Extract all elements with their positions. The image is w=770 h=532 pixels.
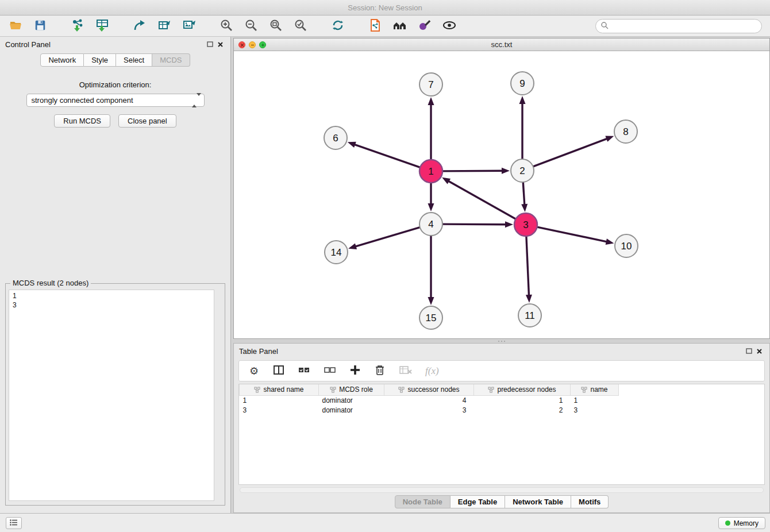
graph-node-3[interactable]: 3 — [514, 213, 537, 236]
show-panels-button[interactable] — [6, 517, 22, 529]
select-all-columns-button[interactable] — [297, 365, 311, 377]
result-item[interactable]: 1 — [13, 291, 214, 300]
minimize-window-icon[interactable] — [249, 41, 256, 48]
graph-edge-2-8[interactable] — [533, 138, 609, 167]
table-settings-button[interactable]: ⚙ — [248, 365, 260, 377]
graph-edge-1-2[interactable] — [442, 171, 504, 171]
table-row[interactable]: 3dominator323 — [240, 405, 765, 415]
export-table-button[interactable] — [156, 17, 173, 34]
tab-node-table[interactable]: Node Table — [395, 495, 451, 508]
table-cell[interactable]: 1 — [571, 395, 619, 405]
graph-edge-2-3[interactable] — [523, 182, 525, 206]
close-panel-icon[interactable] — [215, 40, 225, 49]
search-input[interactable] — [611, 22, 757, 30]
graph-arrowhead — [442, 178, 451, 184]
graph-edge-3-10[interactable] — [537, 227, 609, 242]
table-cell[interactable]: 3 — [571, 405, 619, 415]
graph-node-14[interactable]: 14 — [325, 241, 348, 264]
tab-mcds[interactable]: MCDS — [152, 53, 190, 67]
zoom-fit-icon — [269, 18, 283, 34]
table-cell[interactable]: dominator — [319, 395, 384, 405]
session-document-button[interactable] — [367, 17, 384, 34]
graph-node-11[interactable]: 11 — [518, 304, 541, 327]
graph-node-10[interactable]: 10 — [615, 234, 638, 257]
close-table-panel-icon[interactable] — [754, 346, 764, 356]
horizontal-splitter[interactable] — [233, 340, 770, 342]
zoom-in-button[interactable] — [218, 17, 235, 34]
save-session-button[interactable] — [32, 17, 49, 34]
create-column-button[interactable] — [349, 365, 361, 377]
zoom-selected-icon — [294, 18, 307, 34]
svg-text:15: 15 — [426, 313, 437, 323]
memory-status-icon — [725, 521, 730, 526]
export-image-button[interactable] — [180, 17, 198, 34]
graph-node-1[interactable]: 1 — [419, 160, 442, 183]
tab-select[interactable]: Select — [116, 53, 152, 67]
table-row[interactable]: 1dominator411 — [240, 395, 765, 405]
float-table-panel-icon[interactable] — [744, 346, 754, 356]
tab-network[interactable]: Network — [40, 53, 84, 67]
mcds-result-list[interactable]: 13 — [9, 290, 214, 501]
tab-edge-table[interactable]: Edge Table — [451, 495, 505, 508]
table-cell[interactable]: 1 — [240, 395, 319, 405]
run-mcds-button[interactable]: Run MCDS — [54, 114, 110, 128]
graph-edge-3-11[interactable] — [526, 236, 529, 297]
zoom-selected-button[interactable] — [292, 17, 309, 34]
open-session-button[interactable] — [7, 17, 24, 34]
unselect-all-columns-button[interactable] — [323, 365, 337, 377]
tab-motifs[interactable]: Motifs — [571, 495, 609, 508]
style-painter-button[interactable] — [416, 17, 433, 34]
table-cell[interactable]: 2 — [474, 405, 571, 415]
graph-node-2[interactable]: 2 — [511, 159, 534, 182]
zoom-fit-button[interactable] — [267, 17, 284, 34]
export-network-button[interactable] — [131, 17, 148, 34]
horizontal-scrollbar[interactable] — [240, 487, 764, 493]
memory-label: Memory — [734, 519, 759, 527]
graph-edge-4-14[interactable] — [354, 228, 420, 247]
column-header-successor-nodes[interactable]: successor nodes — [384, 384, 474, 395]
tab-network-table[interactable]: Network Table — [505, 495, 571, 508]
close-panel-button[interactable]: Close panel — [118, 114, 176, 128]
close-window-icon[interactable] — [238, 41, 245, 48]
table-cell[interactable]: 1 — [474, 395, 571, 405]
graph-edge-4-3[interactable] — [442, 224, 507, 225]
import-network-button[interactable] — [69, 17, 86, 34]
function-builder-button[interactable]: f(x) — [425, 365, 439, 377]
network-analyzer-button[interactable] — [391, 17, 409, 34]
toggle-visibility-button[interactable] — [441, 17, 458, 34]
table-cell[interactable]: 3 — [384, 405, 474, 415]
optimization-dropdown[interactable]: strongly connected component — [26, 94, 205, 107]
tab-style[interactable]: Style — [84, 53, 116, 67]
network-window-titlebar[interactable]: scc.txt — [234, 38, 769, 51]
graph-node-8[interactable]: 8 — [614, 120, 637, 143]
float-panel-icon[interactable] — [205, 40, 215, 49]
delete-column-button[interactable] — [374, 365, 386, 377]
graph-node-7[interactable]: 7 — [419, 73, 442, 96]
graph-edge-1-6[interactable] — [353, 144, 420, 168]
column-header-name[interactable]: name — [571, 384, 619, 395]
graph-node-6[interactable]: 6 — [324, 126, 347, 149]
graph-edge-3-1[interactable] — [447, 180, 516, 219]
graph-node-9[interactable]: 9 — [511, 72, 534, 95]
column-header-predecessor-nodes[interactable]: predecessor nodes — [474, 384, 571, 395]
graph-node-15[interactable]: 15 — [419, 306, 442, 329]
column-header-MCDS-role[interactable]: MCDS role — [319, 384, 384, 395]
column-header-shared-name[interactable]: shared name — [240, 384, 319, 395]
table-cell[interactable]: 4 — [384, 395, 474, 405]
delete-table-button[interactable] — [398, 365, 413, 377]
network-canvas[interactable]: 7968124310141511 — [234, 51, 769, 338]
window-titlebar[interactable]: Session: New Session — [0, 0, 770, 16]
show-columns-button[interactable] — [272, 365, 285, 377]
table-tabs: Node TableEdge TableNetwork TableMotifs — [234, 495, 769, 508]
result-item[interactable]: 3 — [13, 300, 214, 310]
apply-layout-button[interactable] — [329, 17, 346, 34]
table-cell[interactable]: dominator — [319, 405, 384, 415]
import-table-button[interactable] — [94, 17, 111, 34]
zoom-out-icon — [244, 18, 258, 34]
search-box[interactable] — [595, 19, 762, 33]
table-cell[interactable]: 3 — [240, 405, 319, 415]
memory-button[interactable]: Memory — [718, 517, 765, 529]
graph-node-4[interactable]: 4 — [419, 213, 442, 236]
zoom-out-button[interactable] — [242, 17, 260, 34]
maximize-window-icon[interactable] — [259, 41, 266, 48]
